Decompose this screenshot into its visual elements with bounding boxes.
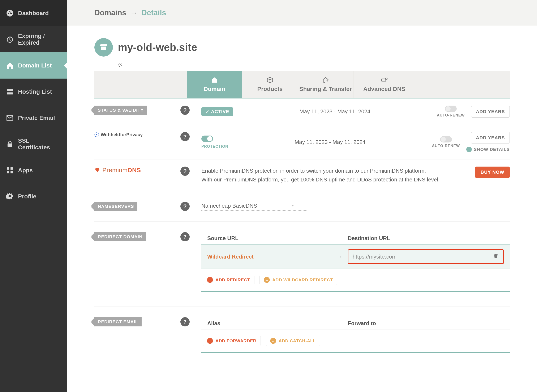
show-details-link[interactable]: SHOW DETAILS — [466, 147, 510, 152]
destination-url-input[interactable] — [353, 253, 493, 260]
breadcrumb-sep: → — [130, 8, 138, 17]
section-redirect-email: REDIRECT EMAIL ? Alias Forward to ADD FO… — [94, 307, 510, 363]
add-years-button[interactable]: ADD YEARS — [471, 132, 510, 144]
autorenew-toggle[interactable] — [445, 106, 457, 112]
withheld-icon — [94, 132, 99, 137]
home-icon — [6, 62, 14, 70]
chevron-down-icon — [291, 204, 295, 208]
main-content: Domains → Details my-old-web.site Domain… — [67, 0, 537, 392]
sidebar-label: Hosting List — [18, 89, 52, 95]
sidebar-item-email[interactable]: Private Email — [0, 105, 67, 131]
col-dest-url: Destination URL — [348, 235, 504, 242]
tabs-bar: Domain Products Sharing & Transfer Advan… — [94, 71, 510, 98]
clock-icon — [6, 35, 14, 43]
destination-url-field — [348, 249, 504, 264]
domain-name: my-old-web.site — [118, 41, 197, 53]
nameservers-select[interactable]: Namecheap BasicDNS — [201, 202, 307, 211]
apps-icon — [6, 166, 14, 174]
sidebar-item-domain-list[interactable]: Domain List — [0, 52, 67, 79]
transfer-icon — [322, 76, 329, 84]
status-badge: ACTIVE — [201, 107, 233, 116]
gear-icon — [6, 192, 14, 201]
plus-icon — [207, 277, 213, 283]
help-icon[interactable]: ? — [181, 317, 190, 327]
add-redirect-button[interactable]: ADD REDIRECT — [203, 275, 254, 285]
tag-nameservers: NAMESERVERS — [94, 202, 137, 211]
svg-rect-6 — [7, 171, 9, 173]
breadcrumb-current: Details — [141, 8, 166, 17]
add-forwarder-button[interactable]: ADD FORWARDER — [203, 336, 261, 346]
arrow-icon: → — [331, 253, 348, 260]
sidebar-label: SSL Certificates — [18, 137, 61, 151]
link-icon: ∞ — [270, 338, 276, 344]
tag-redirect-domain: REDIRECT DOMAIN — [94, 232, 146, 241]
autorenew-toggle[interactable] — [440, 136, 452, 142]
tag-redirect-email: REDIRECT EMAIL — [94, 317, 142, 327]
tab-label: Products — [257, 86, 283, 92]
svg-point-9 — [385, 78, 387, 80]
premium-dns-logo: PremiumDNS — [94, 167, 141, 174]
svg-rect-7 — [10, 171, 13, 173]
sidebar-label: Expiring / Expired — [18, 33, 61, 46]
svg-rect-8 — [382, 79, 386, 81]
col-source-url: Source URL — [207, 235, 331, 242]
svg-rect-1 — [7, 89, 13, 91]
svg-rect-4 — [7, 167, 9, 169]
tab-domain[interactable]: Domain — [187, 71, 242, 98]
section-redirect-domain: REDIRECT DOMAIN ? Source URL Destination… — [94, 222, 510, 307]
add-catch-all-button[interactable]: ∞ ADD CATCH-ALL — [266, 336, 320, 346]
help-icon[interactable]: ? — [181, 202, 190, 211]
help-icon[interactable]: ? — [181, 106, 190, 115]
sidebar-label: Dashboard — [18, 10, 49, 17]
sidebar-item-apps[interactable]: Apps — [0, 157, 67, 183]
sidebar-item-ssl[interactable]: SSL Certificates — [0, 131, 67, 157]
tab-sharing[interactable]: Sharing & Transfer — [298, 71, 353, 98]
check-icon — [205, 110, 209, 114]
sidebar-label: Private Email — [18, 115, 55, 121]
add-wildcard-redirect-button[interactable]: ∞ ADD WILDCARD REDIRECT — [260, 275, 337, 285]
plus-icon — [207, 338, 213, 344]
domain-header: my-old-web.site — [94, 38, 510, 56]
link-icon: ∞ — [264, 277, 270, 283]
heart-plus-icon[interactable] — [118, 62, 510, 69]
breadcrumb-root[interactable]: Domains — [94, 8, 126, 17]
breadcrumb: Domains → Details — [67, 0, 537, 26]
delete-icon[interactable] — [493, 253, 500, 261]
home-icon — [211, 76, 218, 84]
tab-label: Domain — [204, 86, 225, 92]
lock-icon — [6, 140, 14, 148]
withheld-logo: WithheldforPrivacy — [94, 132, 143, 137]
mail-icon — [6, 114, 14, 122]
svg-rect-2 — [7, 92, 13, 94]
buy-now-button[interactable]: BUY NOW — [475, 167, 510, 178]
col-alias: Alias — [207, 320, 348, 327]
tab-products[interactable]: Products — [242, 71, 298, 98]
tab-label: Advanced DNS — [363, 86, 405, 92]
section-premium-dns: PremiumDNS ? Enable PremiumDNS protectio… — [94, 159, 510, 191]
sidebar-item-dashboard[interactable]: Dashboard — [0, 0, 67, 26]
tag-status-validity: STATUS & VALIDITY — [94, 106, 147, 115]
premium-description: Enable PremiumDNS protection in order to… — [201, 167, 475, 184]
sidebar-item-hosting[interactable]: Hosting List — [0, 79, 67, 105]
sidebar-label: Domain List — [18, 62, 52, 69]
dns-icon — [381, 76, 388, 84]
wildcard-redirect-label[interactable]: Wildcard Redirect — [207, 253, 331, 260]
help-icon[interactable]: ? — [181, 132, 190, 141]
dashboard-icon — [6, 9, 14, 17]
protection-toggle[interactable] — [201, 135, 213, 142]
validity-dates: May 11, 2023 - May 11, 2024 — [233, 108, 437, 115]
store-icon — [94, 38, 113, 56]
help-icon[interactable]: ? — [181, 232, 190, 241]
section-status-validity: STATUS & VALIDITY ? ACTIVE May 11, 2023 … — [94, 98, 510, 125]
add-years-button[interactable]: ADD YEARS — [471, 106, 510, 117]
svg-rect-3 — [8, 143, 12, 147]
diamond-icon — [94, 167, 100, 173]
sidebar-item-expiring[interactable]: Expiring / Expired — [0, 26, 67, 52]
help-icon[interactable]: ? — [181, 167, 190, 176]
server-icon — [6, 88, 14, 96]
sidebar-item-profile[interactable]: Profile — [0, 183, 67, 210]
redirect-row: Wildcard Redirect → — [201, 244, 510, 269]
sidebar: Dashboard Expiring / Expired Domain List… — [0, 0, 67, 392]
box-icon — [266, 76, 274, 84]
tab-advanced-dns[interactable]: Advanced DNS — [353, 71, 415, 98]
